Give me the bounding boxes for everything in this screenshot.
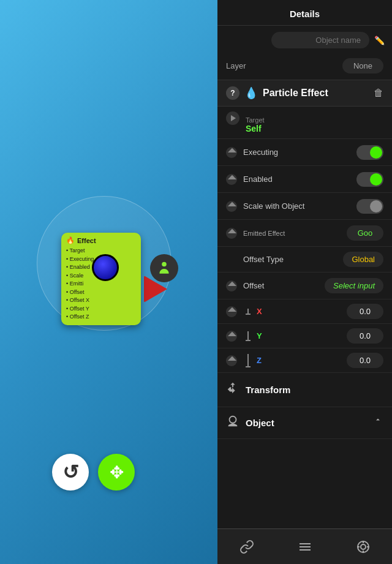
node-circle-knob[interactable] xyxy=(92,254,119,281)
nav-link-button[interactable] xyxy=(233,533,260,560)
executing-toggle[interactable] xyxy=(356,145,383,160)
svg-point-5 xyxy=(361,544,366,549)
layer-row: Layer None xyxy=(217,55,392,80)
x-expand-button[interactable] xyxy=(226,306,237,317)
y-value[interactable]: 0.0 xyxy=(347,328,383,344)
particle-effect-section-header: ? 💧 Particle Effect 🗑 xyxy=(217,80,392,107)
z-row: Z 0.0 xyxy=(217,348,392,373)
offset-type-label: Offset Type xyxy=(226,255,343,264)
svg-rect-1 xyxy=(300,543,311,544)
play-triangle[interactable] xyxy=(144,276,167,303)
z-expand-button[interactable] xyxy=(226,355,237,366)
x-value[interactable]: 0.0 xyxy=(347,304,383,319)
object-label: Object xyxy=(246,418,372,428)
panel-body: ✏️ Layer None ? 💧 Particle Effect 🗑 Targ… xyxy=(217,26,392,564)
transform-label: Transform xyxy=(246,385,383,395)
bottom-nav xyxy=(217,528,392,564)
move-button[interactable]: ✥ xyxy=(98,454,135,491)
edit-icon[interactable]: ✏️ xyxy=(374,36,385,45)
canvas-area: 🔥 Effect Target Executing Enabled Scale … xyxy=(0,0,221,564)
x-label: X xyxy=(257,307,269,316)
enabled-label: Enabled xyxy=(243,175,356,184)
scale-label: Scale with Object xyxy=(243,201,356,211)
node-card-title: Effect xyxy=(77,237,96,244)
section-title: Particle Effect xyxy=(263,88,374,99)
object-name-input[interactable] xyxy=(271,32,369,48)
offset-value[interactable]: Select input xyxy=(325,278,383,293)
enabled-toggle[interactable] xyxy=(356,172,383,187)
svg-rect-2 xyxy=(300,546,311,547)
refresh-button[interactable]: ↺ xyxy=(52,454,89,491)
z-label: Z xyxy=(257,356,269,365)
y-expand-button[interactable] xyxy=(226,331,237,342)
export-icon[interactable] xyxy=(372,416,383,430)
node-row-emitti: Emitti xyxy=(66,280,136,288)
z-value[interactable]: 0.0 xyxy=(347,353,383,368)
enabled-expand-button[interactable] xyxy=(226,174,237,185)
node-row-target: Target xyxy=(66,247,136,255)
x-row: X 0.0 xyxy=(217,299,392,324)
node-row-offset-x: Offset X xyxy=(66,296,136,305)
emitted-value[interactable]: Goo xyxy=(347,225,383,241)
move-icon: ✥ xyxy=(110,462,124,483)
enabled-row: Enabled xyxy=(217,166,392,193)
object-section[interactable]: Object xyxy=(217,407,392,439)
trash-icon[interactable]: 🗑 xyxy=(374,88,383,99)
emitted-effect-row: Emitted Effect Goo xyxy=(217,220,392,247)
transform-section[interactable]: Transform xyxy=(217,373,392,407)
svg-rect-3 xyxy=(300,549,311,551)
target-group: Target Self xyxy=(217,107,392,139)
offset-type-value[interactable]: Global xyxy=(343,252,383,267)
y-label: Y xyxy=(257,331,269,340)
nav-target-button[interactable] xyxy=(350,533,377,560)
layer-label: Layer xyxy=(226,61,246,70)
offset-type-row: Offset Type Global xyxy=(217,247,392,273)
target-expand-button[interactable] xyxy=(226,111,239,125)
executing-row: Executing xyxy=(217,139,392,166)
drop-icon: 💧 xyxy=(244,86,258,100)
offset-label: Offset xyxy=(243,281,325,290)
y-row: Y 0.0 xyxy=(217,324,392,348)
node-row-offset-y: Offset Y xyxy=(66,305,136,314)
offset-row: Offset Select input xyxy=(217,273,392,299)
node-row-offset: Offset xyxy=(66,288,136,297)
scale-with-object-row: Scale with Object xyxy=(217,193,392,220)
object-icon xyxy=(226,415,239,431)
scale-toggle[interactable] xyxy=(356,199,383,214)
help-icon[interactable]: ? xyxy=(226,86,239,100)
flame-icon: 🔥 xyxy=(66,236,75,244)
executing-expand-button[interactable] xyxy=(226,147,237,158)
panel-title: Details xyxy=(290,9,320,19)
svg-point-0 xyxy=(162,262,167,267)
node-row-offset-z: Offset Z xyxy=(66,313,136,321)
executing-label: Executing xyxy=(243,148,356,157)
target-sublabel: Target xyxy=(246,111,265,124)
scale-expand-button[interactable] xyxy=(226,201,237,212)
nav-menu-button[interactable] xyxy=(292,533,318,560)
emitted-label: Emitted Effect xyxy=(243,230,347,237)
node-card-header: 🔥 Effect xyxy=(66,236,136,244)
right-panel: Details ✏️ Layer None ? 💧 Particle Effec… xyxy=(217,0,392,564)
object-name-row: ✏️ xyxy=(217,26,392,55)
refresh-icon: ↺ xyxy=(62,461,79,484)
offset-expand-button[interactable] xyxy=(226,280,237,291)
transform-icon xyxy=(226,382,239,398)
target-value: Self xyxy=(246,124,265,138)
emitted-expand-button[interactable] xyxy=(226,228,237,239)
layer-value[interactable]: None xyxy=(342,58,383,73)
panel-header: Details xyxy=(217,0,392,26)
